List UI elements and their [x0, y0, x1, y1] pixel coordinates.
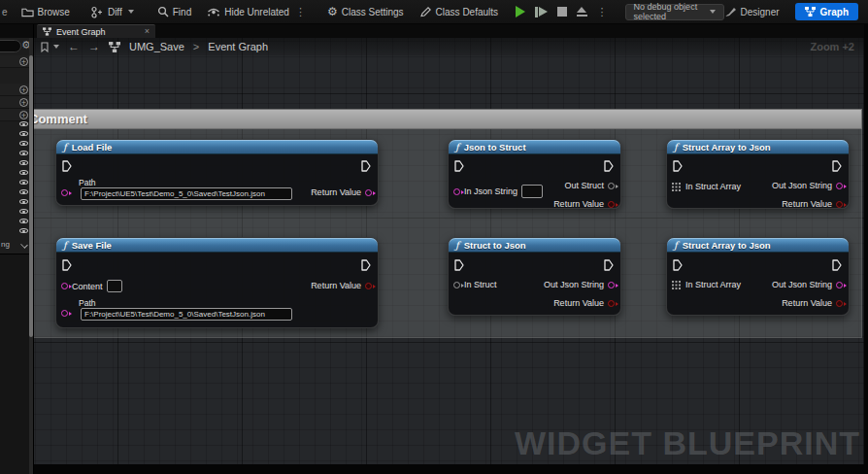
input-pin-in-struct[interactable]: In Struct: [453, 280, 497, 289]
eye-icon[interactable]: [19, 209, 28, 214]
node-header[interactable]: ƒ Struct to Json: [449, 238, 620, 253]
debug-object-select[interactable]: No debug object selected: [625, 4, 724, 20]
add-icon[interactable]: [19, 85, 28, 94]
function-icon: ƒ: [455, 142, 459, 152]
sidebar-top-band: [0, 24, 33, 38]
add-icon[interactable]: [19, 111, 28, 119]
exec-out-pin[interactable]: [604, 259, 614, 271]
input-pin-path[interactable]: [61, 310, 68, 317]
node-struct-array-to-json[interactable]: ƒ Struct Array to Json In Struct Array O…: [666, 237, 850, 316]
eye-icon[interactable]: [19, 219, 28, 223]
exec-in-pin[interactable]: [62, 160, 72, 172]
node-header[interactable]: ƒ Struct Array to Json: [667, 238, 849, 253]
play-icon[interactable]: [516, 6, 525, 17]
node-load-file[interactable]: ƒ Load File Path Return Value: [55, 139, 379, 206]
add-icon[interactable]: [19, 98, 28, 107]
exec-out-pin[interactable]: [604, 160, 614, 172]
search-input[interactable]: [0, 40, 21, 52]
node-save-file[interactable]: ƒ Save File Content Return Value Path: [55, 237, 379, 328]
hide-unrelated-options-icon[interactable]: ⋮: [295, 6, 306, 18]
node-header[interactable]: ƒ Struct Array to Json: [667, 140, 849, 154]
exec-in-pin[interactable]: [62, 259, 72, 271]
toolbar-partial-label: e: [2, 7, 8, 17]
eye-icon[interactable]: [19, 189, 28, 194]
exec-in-pin[interactable]: [454, 259, 464, 271]
bool-pin-icon: [836, 300, 843, 307]
diff-button[interactable]: Diff: [91, 6, 134, 18]
function-icon: ƒ: [455, 240, 459, 251]
play-options-icon[interactable]: ⋮: [597, 6, 608, 18]
eye-icon[interactable]: [19, 141, 28, 146]
output-pin-return-value[interactable]: Return Value: [782, 199, 843, 209]
output-pin-return-value[interactable]: Return Value: [782, 298, 843, 308]
designer-button[interactable]: Designer: [724, 6, 780, 17]
path-input[interactable]: [81, 187, 292, 200]
hide-unrelated-button[interactable]: Hide Unrelated: [207, 6, 289, 17]
tab-event-graph[interactable]: Event Graph ×: [37, 24, 155, 38]
input-pin-path[interactable]: [61, 189, 68, 196]
frame-skip-icon[interactable]: [535, 7, 548, 17]
input-pin-content[interactable]: Content: [61, 280, 122, 292]
path-input[interactable]: [81, 308, 292, 321]
back-button[interactable]: ←: [68, 40, 80, 53]
eye-icon[interactable]: [19, 131, 28, 136]
exec-out-pin[interactable]: [832, 160, 842, 172]
eject-icon[interactable]: [577, 7, 587, 17]
output-pin-return-value[interactable]: Return Value: [311, 281, 372, 290]
node-title: Struct Array to Json: [683, 142, 771, 152]
find-button[interactable]: Find: [157, 6, 191, 17]
node-struct-array-to-json[interactable]: ƒ Struct Array to Json In Struct Array O…: [666, 139, 850, 209]
eye-icon[interactable]: [19, 121, 28, 126]
input-pin-in-json-string[interactable]: In Json String: [453, 185, 543, 198]
string-pin-icon: [608, 282, 615, 288]
output-pin-out-struct[interactable]: Out Struct: [564, 181, 615, 190]
exec-in-pin[interactable]: [673, 259, 683, 271]
exec-in-pin[interactable]: [673, 160, 683, 172]
input-pin-in-struct-array[interactable]: In Struct Array: [672, 280, 741, 289]
node-header[interactable]: ƒ Load File: [56, 140, 378, 154]
class-defaults-button[interactable]: Class Defaults: [419, 6, 498, 17]
output-pin-return-value[interactable]: Return Value: [553, 199, 615, 209]
node-header[interactable]: ƒ Save File: [56, 238, 378, 253]
breadcrumb-graph[interactable]: Event Graph: [208, 41, 268, 52]
sidebar-category-row[interactable]: ng: [0, 238, 33, 251]
input-pin-in-struct-array[interactable]: In Struct Array: [672, 182, 741, 191]
string-value-field[interactable]: [521, 185, 543, 198]
close-icon[interactable]: ×: [145, 27, 150, 36]
class-settings-button[interactable]: ⚙ Class Settings: [327, 5, 404, 18]
forward-button[interactable]: →: [88, 40, 100, 53]
exec-out-pin[interactable]: [832, 259, 842, 271]
eye-icon[interactable]: [19, 199, 28, 204]
exec-in-pin[interactable]: [454, 160, 464, 172]
output-pin-return-value[interactable]: Return Value: [553, 298, 615, 308]
output-pin-out-json-string[interactable]: Out Json String: [772, 280, 843, 289]
bookmark-button[interactable]: [41, 42, 59, 52]
add-icon[interactable]: [19, 57, 28, 66]
output-pin-return-value[interactable]: Return Value: [311, 187, 372, 197]
node-json-to-struct[interactable]: ƒ Json to Struct In Json String Out Stru…: [448, 139, 621, 209]
graph-mode-button[interactable]: Graph: [795, 3, 858, 20]
magnifier-icon: [157, 6, 169, 17]
breadcrumb-blueprint[interactable]: UMG_Save: [129, 41, 184, 52]
eye-icon[interactable]: [19, 151, 28, 155]
exec-out-pin[interactable]: [361, 160, 371, 172]
eye-icon[interactable]: [19, 170, 28, 175]
eye-icon[interactable]: [19, 228, 28, 233]
chevron-down-icon: [53, 45, 59, 49]
string-pin-icon: [836, 282, 843, 288]
diff-icon: [91, 6, 104, 18]
browse-button[interactable]: Browse: [21, 6, 70, 17]
exec-out-pin[interactable]: [361, 259, 371, 271]
node-struct-to-json[interactable]: ƒ Struct to Json In Struct Out Json Stri…: [448, 237, 621, 316]
output-pin-out-json-string[interactable]: Out Json String: [772, 181, 843, 190]
event-graph-canvas[interactable]: ← → UMG_Save > Event Graph Zoom +2 WIDGE…: [34, 38, 864, 464]
function-icon: ƒ: [63, 142, 67, 152]
stop-icon[interactable]: [557, 7, 567, 17]
eye-icon[interactable]: [19, 160, 28, 165]
node-header[interactable]: ƒ Json to Struct: [449, 140, 620, 154]
sidebar-scrollbar-thumb[interactable]: [29, 55, 33, 337]
string-value-field[interactable]: [107, 280, 122, 292]
eye-icon[interactable]: [19, 180, 28, 185]
output-pin-out-json-string[interactable]: Out Json String: [544, 280, 615, 289]
comment-header[interactable]: Comment: [34, 109, 862, 129]
